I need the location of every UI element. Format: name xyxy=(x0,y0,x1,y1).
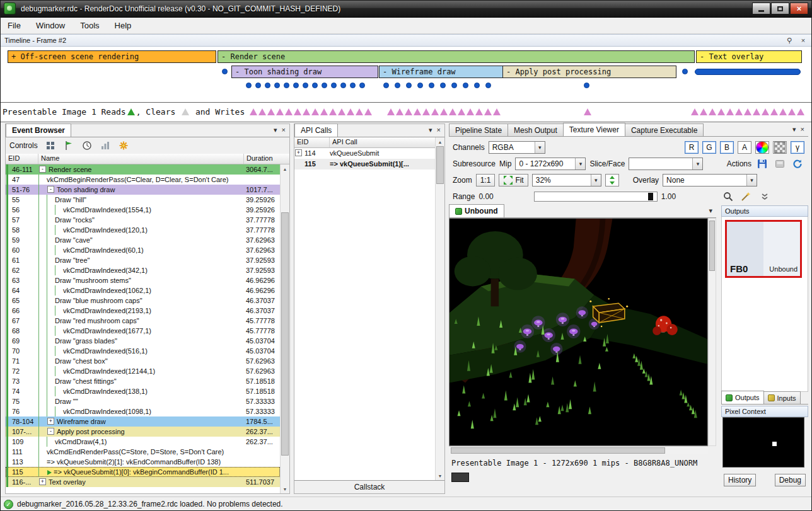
save-texture-button[interactable] xyxy=(755,157,769,171)
event-row[interactable]: 74vkCmdDrawIndexed(138,1)57.18518 xyxy=(6,386,280,396)
col-eid[interactable]: EID xyxy=(294,137,330,147)
pixel-context-view[interactable] xyxy=(722,417,804,468)
callstack-bar[interactable]: Callstack xyxy=(294,480,444,493)
bookmark-flag-icon[interactable] xyxy=(62,139,76,152)
api-call-row[interactable]: 115=> vkQueueSubmit(1)[... xyxy=(294,159,435,169)
event-row[interactable]: 60vkCmdDrawIndexed(60,1)37.62963 xyxy=(6,245,280,255)
timeline-draw-dot[interactable] xyxy=(265,83,270,88)
refresh-button[interactable] xyxy=(791,157,804,171)
timeline-draw-dot[interactable] xyxy=(340,83,346,88)
event-row[interactable]: 111vkCmdEndRenderPass(C=Store, D=Store, … xyxy=(6,447,280,457)
timeline-bar[interactable]: + Off-screen scene rendering xyxy=(8,50,216,63)
minimize-button[interactable] xyxy=(752,3,770,14)
event-row[interactable]: 47vkCmdBeginRenderPass(C=Clear, D=Clear,… xyxy=(6,175,280,185)
toolbar-overflow-icon[interactable] xyxy=(758,190,772,204)
event-row[interactable]: 109vkCmdDraw(4,1)262.37... xyxy=(6,437,280,447)
event-row[interactable]: 116-...+Text overlay511.7037 xyxy=(6,477,280,487)
find-event-icon[interactable] xyxy=(44,139,57,152)
timeline-draw-dot[interactable] xyxy=(312,83,318,88)
texture-viewport[interactable] xyxy=(449,218,708,446)
api-calls-scrollbar[interactable]: ▲ ▼ xyxy=(435,137,444,480)
fb0-thumbnail[interactable]: FB0 Unbound xyxy=(725,220,802,278)
zoom-1to1-button[interactable]: 1:1 xyxy=(476,174,496,187)
menu-window[interactable]: Window xyxy=(28,18,72,33)
timeline-bar[interactable]: - Toon shading draw xyxy=(231,66,378,78)
event-row[interactable]: 69Draw "grass blades"45.03704 xyxy=(6,336,280,346)
collapse-icon[interactable]: - xyxy=(47,428,54,435)
scrollbar-thumb[interactable] xyxy=(436,146,444,184)
alpha-background-button[interactable] xyxy=(773,141,787,154)
collapse-icon[interactable]: - xyxy=(47,186,54,193)
event-row[interactable]: 75Draw ""57.33333 xyxy=(6,396,280,406)
panel-close-icon[interactable]: × xyxy=(437,126,441,134)
timeline-draw-dot[interactable] xyxy=(463,83,468,88)
timeline-bar[interactable]: - Text overlay xyxy=(696,50,802,63)
expand-icon[interactable]: + xyxy=(47,418,54,425)
channel-a-toggle[interactable]: A xyxy=(738,141,751,154)
timeline-body[interactable]: Presentable Image 1 Reads, Clears and Wr… xyxy=(0,47,812,122)
history-button[interactable]: History xyxy=(724,474,756,486)
scroll-down-icon[interactable]: ▼ xyxy=(436,471,444,480)
time-draws-icon[interactable] xyxy=(80,139,94,152)
timeline-draw-dot[interactable] xyxy=(451,83,457,88)
event-row[interactable]: 56vkCmdDrawIndexed(1554,1)39.25926 xyxy=(6,205,280,215)
timeline-draw-dot[interactable] xyxy=(406,83,412,88)
event-row[interactable]: 67Draw "red mushroom caps"45.77778 xyxy=(6,316,280,326)
event-row[interactable]: 62vkCmdDrawIndexed(342,1)37.92593 xyxy=(6,265,280,275)
timeline-draw-dot[interactable] xyxy=(682,69,688,74)
event-row[interactable]: 61Draw "tree"37.92593 xyxy=(6,255,280,265)
channel-g-toggle[interactable]: G xyxy=(702,141,716,154)
panel-close-icon[interactable]: × xyxy=(801,125,804,134)
panel-dropdown-icon[interactable]: ▾ xyxy=(792,125,796,134)
texture-list-dropdown-icon[interactable]: ▾ xyxy=(709,207,712,215)
expand-icon[interactable]: + xyxy=(295,149,302,156)
pin-icon[interactable]: ⚲ xyxy=(785,36,794,45)
tab-event-browser[interactable]: Event Browser xyxy=(6,123,71,137)
col-duration[interactable]: Duration xyxy=(244,154,280,164)
zoom-combo[interactable]: 32% ▾ xyxy=(532,174,601,187)
scroll-up-icon[interactable]: ▲ xyxy=(281,164,289,173)
event-row[interactable]: 55Draw "hill"39.25926 xyxy=(6,195,280,205)
overlay-select[interactable]: None ▾ xyxy=(663,174,757,187)
timeline-draw-dot[interactable] xyxy=(322,83,327,88)
event-row[interactable]: 57Draw "rocks"37.77778 xyxy=(6,215,280,225)
timeline-draw-dot[interactable] xyxy=(383,83,389,88)
timeline-draw-dot[interactable] xyxy=(303,83,308,88)
event-row[interactable]: 78-104+Wireframe draw1784.5... xyxy=(6,416,280,427)
gamma-toggle[interactable]: γ xyxy=(791,141,804,154)
scroll-down-icon[interactable]: ▼ xyxy=(281,485,289,493)
event-row[interactable]: 71Draw "chest box"57.62963 xyxy=(6,356,280,366)
timeline-draw-dot[interactable] xyxy=(274,83,280,88)
autofit-wand-button[interactable] xyxy=(739,190,753,204)
event-row[interactable]: 115=> vkQueueSubmit(1)[0]: vkBeginComman… xyxy=(6,467,280,477)
timeline-draw-dot[interactable] xyxy=(331,83,337,88)
timeline-draw-dot[interactable] xyxy=(584,83,589,88)
event-browser-scrollbar[interactable]: ▲ ▼ xyxy=(280,164,289,493)
settings-flower-icon[interactable] xyxy=(117,139,130,152)
event-row[interactable]: 72vkCmdDrawIndexed(12144,1)57.62963 xyxy=(6,366,280,376)
event-row[interactable]: 46-111-Render scene3064.7... xyxy=(6,164,280,175)
scrollbar-thumb[interactable] xyxy=(451,447,665,454)
col-api-call[interactable]: API Call xyxy=(330,137,435,147)
tab-pipeline-state[interactable]: Pipeline State xyxy=(449,123,508,136)
tab-mesh-output[interactable]: Mesh Output xyxy=(508,123,564,136)
scrollbar-thumb[interactable] xyxy=(709,221,715,271)
custom-shader-button[interactable] xyxy=(755,141,769,154)
texture-tab-unbound[interactable]: Unbound xyxy=(449,204,504,217)
timeline-draw-dot[interactable] xyxy=(359,83,365,88)
debug-button[interactable]: Debug xyxy=(775,474,806,486)
event-row[interactable]: 59Draw "cave"37.62963 xyxy=(6,235,280,245)
panel-close-icon[interactable]: × xyxy=(282,126,286,134)
event-row[interactable]: 66vkCmdDrawIndexed(2193,1)46.37037 xyxy=(6,306,280,316)
channel-b-toggle[interactable]: B xyxy=(720,141,734,154)
scroll-up-icon[interactable]: ▲ xyxy=(436,137,444,146)
open-texture-list-button[interactable] xyxy=(773,157,787,171)
range-slider[interactable] xyxy=(534,192,658,202)
texture-hscrollbar[interactable] xyxy=(449,446,708,454)
range-slider-handle[interactable] xyxy=(648,193,653,200)
timeline-draw-dot[interactable] xyxy=(485,83,491,88)
mip-select[interactable]: 0 - 1272x690 ▾ xyxy=(515,158,586,170)
col-name[interactable]: Name xyxy=(38,154,244,164)
panel-dropdown-icon[interactable]: ▾ xyxy=(429,126,432,134)
col-eid[interactable]: EID xyxy=(6,154,38,164)
